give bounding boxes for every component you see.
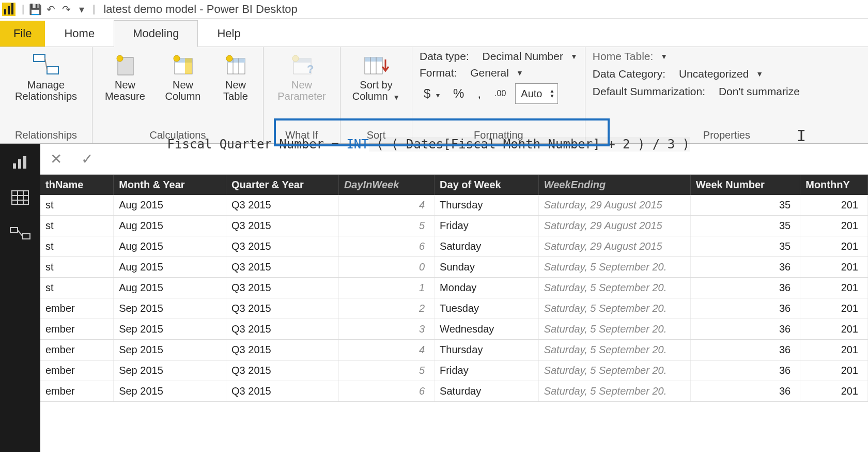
formula-cancel-button[interactable]: ✕ [40,150,71,168]
cell[interactable]: Q3 2015 [226,340,339,360]
cell[interactable]: Aug 2015 [114,257,226,278]
cell[interactable]: 36 [690,319,800,340]
cell[interactable]: 36 [690,298,800,319]
table-row[interactable]: emberSep 2015Q3 20154ThursdaySaturday, 5… [40,340,868,360]
cell[interactable]: Aug 2015 [114,236,226,257]
cell[interactable]: Aug 2015 [114,195,226,216]
cell[interactable]: Saturday, 5 September 20. [538,257,690,278]
cell[interactable]: Monday [435,278,539,298]
cell[interactable]: Friday [435,216,539,236]
cell[interactable]: Saturday, 29 August 2015 [538,216,690,236]
cell[interactable]: Saturday, 29 August 2015 [538,195,690,216]
default-summarization-dropdown[interactable]: Default Summarization: Don't summarize [593,85,800,98]
cell[interactable]: ember [40,340,114,360]
cell[interactable]: Tuesday [435,298,539,319]
cell[interactable]: st [40,195,114,216]
cell[interactable]: 35 [690,216,800,236]
cell[interactable]: 201 [800,298,868,319]
datatype-dropdown[interactable]: Data type: Decimal Number ▼ [420,50,578,63]
percent-button[interactable]: % [449,85,468,102]
cell[interactable]: Sep 2015 [114,298,226,319]
thousands-button[interactable]: , [473,85,485,102]
spinner-down-icon[interactable]: ▼ [549,94,554,99]
cell[interactable]: Aug 2015 [114,278,226,298]
cell[interactable]: Wednesday [435,319,539,340]
cell[interactable]: 4 [338,340,434,360]
cell[interactable]: 201 [800,278,868,298]
table-row[interactable]: stAug 2015Q3 20155FridaySaturday, 29 Aug… [40,216,868,236]
decimals-spinner[interactable]: Auto ▲▼ [515,83,558,104]
cell[interactable]: ember [40,319,114,340]
table-row[interactable]: emberSep 2015Q3 20153WednesdaySaturday, … [40,319,868,340]
cell[interactable]: 201 [800,195,868,216]
cell[interactable]: 35 [690,236,800,257]
tab-help[interactable]: Help [198,20,259,47]
cell[interactable]: 201 [800,257,868,278]
cell[interactable]: 36 [690,381,800,402]
cell[interactable]: ember [40,360,114,381]
cell[interactable]: Sep 2015 [114,319,226,340]
cell[interactable]: Q3 2015 [226,381,339,402]
data-grid[interactable]: thNameMonth & YearQuarter & YearDayInWee… [40,175,868,452]
cell[interactable]: st [40,216,114,236]
cell[interactable]: st [40,236,114,257]
tab-file[interactable]: File [0,21,45,47]
cell[interactable]: Sep 2015 [114,381,226,402]
cell[interactable]: 35 [690,195,800,216]
undo-button[interactable]: ↶ [43,3,58,16]
cell[interactable]: 36 [690,278,800,298]
cell[interactable]: 3 [338,319,434,340]
cell[interactable]: Q3 2015 [226,360,339,381]
cell[interactable]: Q3 2015 [226,278,339,298]
cell[interactable]: 1 [338,278,434,298]
cell[interactable]: 36 [690,340,800,360]
table-row[interactable]: emberSep 2015Q3 20156SaturdaySaturday, 5… [40,381,868,402]
cell[interactable]: 6 [338,236,434,257]
currency-button[interactable]: $ ▾ [420,85,444,102]
model-view-button[interactable] [9,225,31,244]
cell[interactable]: 201 [800,236,868,257]
table-row[interactable]: stAug 2015Q3 20150SundaySaturday, 5 Sept… [40,257,868,278]
table-row[interactable]: stAug 2015Q3 20151MondaySaturday, 5 Sept… [40,278,868,298]
cell[interactable]: 0 [338,257,434,278]
report-view-button[interactable] [11,154,29,172]
cell[interactable]: Thursday [435,195,539,216]
data-view-button[interactable] [11,190,29,208]
cell[interactable]: 201 [800,381,868,402]
sort-by-column-button[interactable]: Sort by Column ▼ [348,50,405,103]
cell[interactable]: Saturday, 5 September 20. [538,360,690,381]
cell[interactable]: Q3 2015 [226,319,339,340]
cell[interactable]: st [40,257,114,278]
table-row[interactable]: stAug 2015Q3 20156SaturdaySaturday, 29 A… [40,236,868,257]
new-table-button[interactable]: New Table [215,50,256,102]
cell[interactable]: 201 [800,340,868,360]
cell[interactable]: Saturday [435,236,539,257]
cell[interactable]: 36 [690,257,800,278]
cell[interactable]: Q3 2015 [226,195,339,216]
cell[interactable]: Saturday, 5 September 20. [538,381,690,402]
new-measure-button[interactable]: New Measure [100,50,150,102]
format-dropdown[interactable]: Format: General ▼ [420,67,578,79]
decimal-icon[interactable]: .00 [490,88,510,99]
cell[interactable]: Saturday, 5 September 20. [538,340,690,360]
cell[interactable]: Q3 2015 [226,298,339,319]
table-row[interactable]: stAug 2015Q3 20154ThursdaySaturday, 29 A… [40,195,868,216]
cell[interactable]: Friday [435,360,539,381]
cell[interactable]: ember [40,298,114,319]
cell[interactable]: Aug 2015 [114,216,226,236]
table-row[interactable]: emberSep 2015Q3 20155FridaySaturday, 5 S… [40,360,868,381]
data-category-dropdown[interactable]: Data Category: Uncategorized ▼ [593,68,800,80]
cell[interactable]: 36 [690,360,800,381]
cell[interactable]: Sep 2015 [114,360,226,381]
qat-more-button[interactable]: ▾ [74,3,89,16]
cell[interactable]: ember [40,381,114,402]
cell[interactable]: Saturday, 29 August 2015 [538,236,690,257]
cell[interactable]: Saturday, 5 September 20. [538,298,690,319]
cell[interactable]: Sunday [435,257,539,278]
table-row[interactable]: emberSep 2015Q3 20152TuesdaySaturday, 5 … [40,298,868,319]
tab-home[interactable]: Home [45,20,114,47]
cell[interactable]: Saturday, 5 September 20. [538,278,690,298]
save-button[interactable]: 💾 [27,3,43,16]
cell[interactable]: Saturday [435,381,539,402]
cell[interactable]: Q3 2015 [226,216,339,236]
